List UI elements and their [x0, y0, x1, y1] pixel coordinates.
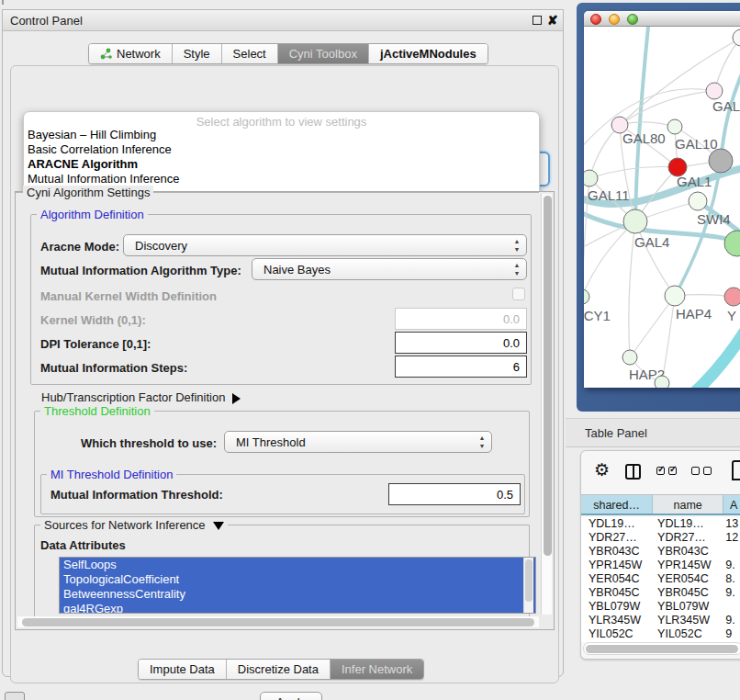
settings-horizontal-scrollbar[interactable] [17, 616, 539, 627]
network-edge [589, 125, 620, 178]
kernel-width-field[interactable]: 0.0 [395, 308, 527, 330]
node-label: GAL [712, 98, 740, 114]
mi-type-combo[interactable]: Naive Bayes ▲▼ [252, 258, 527, 280]
algorithm-dropdown-placeholder: Select algorithm to view settings [24, 112, 539, 128]
network-node-y[interactable] [724, 288, 740, 306]
network-node-hap2[interactable] [622, 350, 637, 365]
manual-kernel-checkbox[interactable] [512, 288, 525, 300]
tab-infer-network[interactable]: Infer Network [331, 660, 423, 679]
attribute-item[interactable]: TopologicalCoefficient [60, 572, 535, 587]
tab-jactivemnodules[interactable]: jActiveMNodules [369, 44, 488, 63]
settings-vertical-scrollbar[interactable] [541, 194, 552, 615]
dpi-tolerance-field[interactable]: 0.0 [395, 332, 527, 354]
network-canvas[interactable]: GALGAL80GAL10GAL1GAL11SWI4GAL4GCY1HAP4YH… [584, 27, 740, 388]
which-threshold-label: Which threshold to use: [81, 436, 217, 450]
table-cell: YBR043C [581, 545, 650, 559]
sources-group: Sources for Network Inference Data Attri… [34, 525, 530, 626]
network-window-frame: GALGAL80GAL10GAL1GAL11SWI4GAL4GCY1HAP4YH… [577, 3, 740, 412]
unchecked-boxes-icon[interactable] [691, 467, 712, 475]
table-cell: YIL052C [581, 627, 650, 641]
table-row[interactable]: YIL052CYIL052C9 [581, 627, 740, 641]
table-panel: ⚙ shared…nameA YDL19…YDL19…13YDR27…YDR27… [580, 450, 740, 660]
network-node[interactable] [709, 149, 733, 173]
zoom-traffic-light-icon[interactable] [627, 14, 638, 25]
network-node[interactable] [655, 376, 669, 388]
table-row[interactable]: YBL079WYBL079W [581, 600, 740, 614]
column-header-name[interactable]: name [653, 495, 723, 514]
network-node-swi4[interactable] [689, 192, 707, 210]
tab-select[interactable]: Select [222, 44, 278, 63]
cyni-toolbox-panel: galFiltered.sif default node Select algo… [10, 65, 559, 683]
network-node-hap4[interactable] [665, 286, 685, 306]
network-edge [635, 27, 648, 221]
table-row[interactable]: YBR045CYBR045C9. [581, 586, 740, 600]
control-panel-title: Control Panel [10, 14, 83, 28]
document-icon[interactable] [732, 460, 740, 480]
table-cell: YBL079W [650, 600, 718, 614]
network-edge [630, 296, 675, 357]
control-panel-header: Control Panel ✘ [3, 10, 563, 31]
minimize-traffic-light-icon[interactable] [609, 14, 620, 25]
table-cell: YPR145W [650, 559, 718, 572]
aracne-mode-combo[interactable]: Discovery ▲▼ [123, 234, 527, 256]
sources-title[interactable]: Sources for Network Inference [40, 518, 228, 532]
network-node-gal[interactable] [706, 83, 723, 99]
tab-label: Cyni Toolbox [289, 47, 357, 61]
collapsed-arrow-icon [232, 393, 241, 404]
network-window-titlebar[interactable] [584, 11, 740, 27]
tab-discretize-data[interactable]: Discretize Data [227, 660, 331, 679]
columns-icon[interactable] [625, 464, 641, 480]
network-node-gcy1[interactable] [584, 289, 589, 304]
tab-style[interactable]: Style [173, 44, 222, 63]
table-row[interactable]: YDR27…YDR27…12 [581, 531, 740, 545]
algorithm-definition-title: Algorithm Definition [37, 208, 148, 221]
collapsed-panel-button[interactable] [5, 692, 25, 700]
network-node-gal10[interactable] [667, 119, 682, 134]
column-header-shared…[interactable]: shared… [581, 495, 653, 514]
table-cell: 9 [718, 627, 740, 641]
tab-impute-data[interactable]: Impute Data [139, 660, 227, 679]
table-row[interactable]: YBR043CYBR043C [581, 545, 740, 559]
algorithm-option[interactable]: ARACNE Algorithm [24, 157, 539, 172]
node-label: HAP4 [676, 306, 712, 322]
table-panel-title: Table Panel [585, 426, 647, 440]
network-node[interactable] [733, 29, 740, 46]
node-label: Y [727, 308, 736, 323]
tab-cyni-toolbox[interactable]: Cyni Toolbox [278, 44, 369, 63]
apply-button[interactable]: Apply [260, 692, 322, 700]
which-threshold-combo[interactable]: MI Threshold ▲▼ [224, 431, 492, 453]
threshold-definition-title: Threshold Definition [40, 404, 154, 418]
attribute-item[interactable]: SelfLoops [60, 558, 535, 572]
attribute-item[interactable]: gal4RGexp [60, 602, 535, 614]
aracne-mode-label: Aracne Mode: [40, 240, 119, 254]
float-icon[interactable] [533, 16, 542, 25]
data-attributes-list[interactable]: SelfLoopsTopologicalCoefficientBetweenne… [59, 557, 536, 614]
network-node-gal11[interactable] [584, 170, 598, 186]
algorithm-option[interactable]: Mutual Information Inference [24, 172, 539, 186]
mi-threshold-field[interactable]: 0.5 [388, 483, 521, 505]
column-header-A[interactable]: A [723, 495, 740, 514]
close-traffic-light-icon[interactable] [590, 14, 601, 25]
table-row[interactable]: YLR345WYLR345W9. [581, 614, 740, 627]
mi-steps-field[interactable]: 6 [395, 356, 527, 378]
attribute-item[interactable]: BetweennessCentrality [60, 587, 535, 602]
table-row[interactable]: YPR145WYPR145W9. [581, 559, 740, 572]
table-row[interactable]: YDL19…YDL19…13 [581, 517, 740, 531]
attributes-list-scrollbar[interactable] [523, 558, 533, 613]
table-cell: YBR043C [650, 545, 718, 559]
mi-type-value: Naive Bayes [263, 263, 331, 277]
algorithm-option[interactable]: Basic Correlation Inference [24, 142, 539, 157]
tab-network[interactable]: Network [89, 44, 173, 63]
table-row[interactable]: YER054CYER054C8. [581, 572, 740, 586]
gear-icon[interactable]: ⚙ [594, 459, 610, 480]
close-icon[interactable]: ✘ [547, 13, 558, 28]
node-label: GAL11 [588, 187, 630, 203]
checked-boxes-icon[interactable] [656, 467, 677, 475]
network-node[interactable] [724, 231, 740, 256]
table-panel-titlebar: Table Panel [566, 418, 740, 447]
table-cell: YDR27… [650, 531, 718, 545]
algorithm-option[interactable]: Bayesian – Hill Climbing [24, 128, 539, 142]
network-node-gal4[interactable] [623, 209, 647, 233]
hub-definition-toggle[interactable]: Hub/Transcription Factor Definition [41, 390, 241, 404]
table-horizontal-scrollbar[interactable] [583, 642, 740, 655]
